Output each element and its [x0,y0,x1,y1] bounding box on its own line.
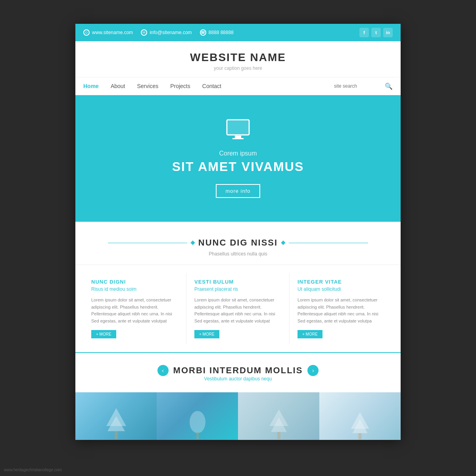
nav-home[interactable]: Home [83,77,99,95]
section2-title-wrap: ‹ MORBI INTERDUM MOLLIS › Vestibulum auc… [75,352,401,392]
top-bar-left: ⊙ www.sitename.com ✉ info@sitename.com ☎… [83,29,234,36]
email-link[interactable]: ✉ info@sitename.com [141,29,192,36]
phone-icon: ☎ [200,29,206,36]
col-item-3: INTEGER VITAE Ut aliquam sollicitudi Lor… [290,273,393,344]
image-row [75,392,401,440]
section-divider: NUNC DIG NISSI [83,238,393,248]
svg-rect-11 [277,432,280,439]
watermark: www.heritagechristianollege.com [4,468,62,472]
col1-body: Lorem ipsum dolor sit amet, consectetuer… [91,297,178,324]
section1-subtitle: Phasellus ultrices nulla quis [83,251,393,257]
image-3[interactable] [238,392,319,440]
divider-line-right [289,243,368,243]
hero-title: SIT AMET VIVAMUS [172,159,304,174]
section1-title-wrap: NUNC DIG NISSI Phasellus ultrices nulla … [75,222,401,265]
col1-more-button[interactable]: + MORE [91,330,116,338]
next-button[interactable]: › [307,365,319,376]
facebook-icon[interactable]: f [359,28,369,37]
website-container: ⊙ www.sitename.com ✉ info@sitename.com ☎… [75,24,401,440]
top-bar: ⊙ www.sitename.com ✉ info@sitename.com ☎… [75,24,401,41]
svg-rect-1 [235,136,241,138]
image-4[interactable] [319,392,401,440]
col2-body: Lorem ipsum dolor sit amet, consectetuer… [194,297,281,324]
col2-more-button[interactable]: + MORE [194,330,219,338]
nav-about[interactable]: About [111,77,125,95]
twitter-icon[interactable]: t [371,28,381,37]
nav-bar: Home About Services Projects Contact 🔍 [75,77,401,95]
svg-point-7 [190,411,205,433]
nav-links: Home About Services Projects Contact [83,77,221,95]
nav-search: 🔍 [334,83,393,90]
col2-subheading: Praesent placerat ris [194,286,281,292]
svg-rect-8 [196,432,199,439]
site-header: WEBSITE NAME your caption goes here [75,41,401,77]
phone-link[interactable]: ☎ 8888 88888 [200,29,234,36]
social-links: f t in [359,28,393,37]
divider-line-left [108,243,187,243]
section1-title: NUNC DIG NISSI [198,238,278,248]
three-cols: NUNC DIGNI Risus id mediou soim Lorem ip… [75,265,401,352]
site-title: WEBSITE NAME [83,51,393,64]
divider-diamond [190,240,195,245]
website-link[interactable]: ⊙ www.sitename.com [83,29,133,36]
svg-rect-3 [228,121,248,134]
linkedin-icon[interactable]: in [383,28,393,37]
svg-rect-14 [358,433,361,440]
image-1[interactable] [75,392,157,440]
email-icon: ✉ [141,29,147,36]
col1-subheading: Risus id mediou soim [91,286,178,292]
search-icon[interactable]: 🔍 [385,83,393,90]
svg-rect-2 [232,138,244,139]
svg-rect-6 [115,431,118,439]
col1-heading: NUNC DIGNI [91,279,178,285]
col-item-2: VESTI BULUM Praesent placerat ris Lorem … [186,273,290,344]
hero-section: Corem ipsum SIT AMET VIVAMUS more info [75,95,401,222]
site-caption: your caption goes here [83,65,393,71]
col3-more-button[interactable]: + MORE [298,330,322,338]
col2-heading: VESTI BULUM [194,279,281,285]
globe-icon: ⊙ [83,29,90,36]
nav-projects[interactable]: Projects [170,77,190,95]
nav-contact[interactable]: Contact [202,77,221,95]
section2-subtitle: Vestibulum auctor dapibus nequ [83,376,393,382]
image-2[interactable] [157,392,238,440]
divider-diamond-right [281,240,286,245]
col3-heading: INTEGER VITAE [298,279,385,285]
col3-subheading: Ut aliquam sollicitudi [298,286,385,292]
hero-more-button[interactable]: more info [216,184,260,198]
col3-body: Lorem ipsum dolor sit amet, consectetuer… [298,297,385,324]
search-input[interactable] [334,83,382,89]
prev-button[interactable]: ‹ [157,365,169,376]
monitor-icon [225,119,251,142]
col-item-1: NUNC DIGNI Risus id mediou soim Lorem ip… [83,273,186,344]
hero-subtitle: Corem ipsum [219,150,257,157]
section2-row: ‹ MORBI INTERDUM MOLLIS › [83,365,393,376]
nav-services[interactable]: Services [137,77,159,95]
section2-title: MORBI INTERDUM MOLLIS [173,365,303,376]
